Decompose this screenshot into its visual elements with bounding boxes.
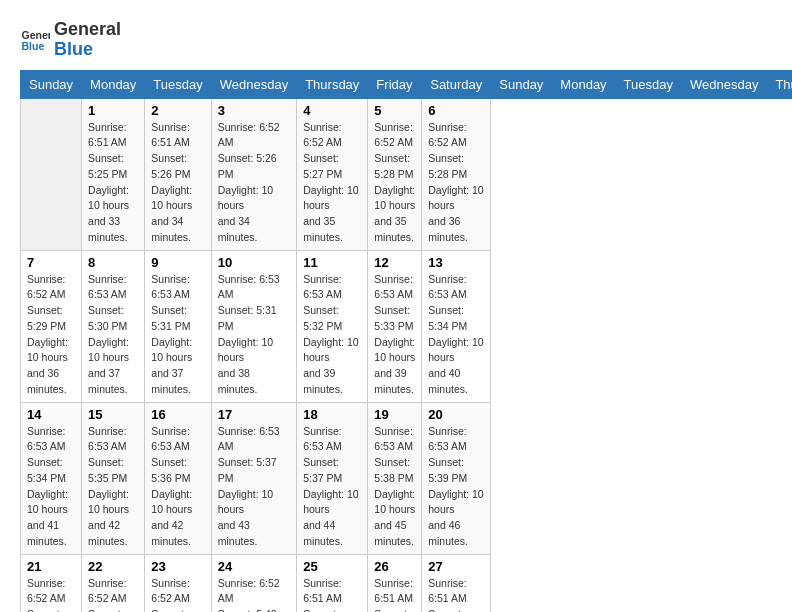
header-tuesday: Tuesday	[615, 70, 681, 98]
day-number: 9	[151, 255, 204, 270]
day-info: Sunrise: 6:53 AMSunset: 5:35 PMDaylight:…	[88, 424, 138, 550]
day-number: 3	[218, 103, 290, 118]
calendar-cell: 14Sunrise: 6:53 AMSunset: 5:34 PMDayligh…	[21, 402, 82, 554]
calendar-cell: 15Sunrise: 6:53 AMSunset: 5:35 PMDayligh…	[82, 402, 145, 554]
day-info: Sunrise: 6:53 AMSunset: 5:36 PMDaylight:…	[151, 424, 204, 550]
week-row-1: 1Sunrise: 6:51 AMSunset: 5:25 PMDaylight…	[21, 98, 793, 250]
calendar-cell: 8Sunrise: 6:53 AMSunset: 5:30 PMDaylight…	[82, 250, 145, 402]
day-number: 20	[428, 407, 484, 422]
calendar-cell: 16Sunrise: 6:53 AMSunset: 5:36 PMDayligh…	[145, 402, 211, 554]
day-number: 14	[27, 407, 75, 422]
calendar-cell: 11Sunrise: 6:53 AMSunset: 5:32 PMDayligh…	[297, 250, 368, 402]
day-number: 17	[218, 407, 290, 422]
day-info: Sunrise: 6:52 AMSunset: 5:28 PMDaylight:…	[374, 120, 415, 246]
day-info: Sunrise: 6:53 AMSunset: 5:34 PMDaylight:…	[27, 424, 75, 550]
header-tuesday: Tuesday	[145, 70, 211, 98]
day-info: Sunrise: 6:52 AMSunset: 5:42 PMDaylight:…	[218, 576, 290, 612]
logo-blue: Blue	[54, 40, 121, 60]
day-number: 5	[374, 103, 415, 118]
page-header: General Blue General Blue	[20, 20, 772, 60]
calendar-cell: 22Sunrise: 6:52 AMSunset: 5:40 PMDayligh…	[82, 554, 145, 612]
header-friday: Friday	[368, 70, 422, 98]
calendar-cell: 25Sunrise: 6:51 AMSunset: 5:43 PMDayligh…	[297, 554, 368, 612]
day-number: 11	[303, 255, 361, 270]
day-info: Sunrise: 6:52 AMSunset: 5:26 PMDaylight:…	[218, 120, 290, 246]
day-info: Sunrise: 6:52 AMSunset: 5:40 PMDaylight:…	[88, 576, 138, 612]
header-thursday: Thursday	[767, 70, 792, 98]
day-info: Sunrise: 6:52 AMSunset: 5:41 PMDaylight:…	[151, 576, 204, 612]
day-info: Sunrise: 6:52 AMSunset: 5:27 PMDaylight:…	[303, 120, 361, 246]
day-number: 6	[428, 103, 484, 118]
day-info: Sunrise: 6:51 AMSunset: 5:43 PMDaylight:…	[374, 576, 415, 612]
logo: General Blue General Blue	[20, 20, 121, 60]
header-saturday: Saturday	[422, 70, 491, 98]
calendar-cell	[21, 98, 82, 250]
day-number: 10	[218, 255, 290, 270]
calendar-table: SundayMondayTuesdayWednesdayThursdayFrid…	[20, 70, 792, 612]
logo-text: General Blue	[54, 20, 121, 60]
logo-icon: General Blue	[20, 25, 50, 55]
calendar-cell: 10Sunrise: 6:53 AMSunset: 5:31 PMDayligh…	[211, 250, 296, 402]
day-info: Sunrise: 6:53 AMSunset: 5:37 PMDaylight:…	[303, 424, 361, 550]
day-info: Sunrise: 6:52 AMSunset: 5:29 PMDaylight:…	[27, 272, 75, 398]
day-info: Sunrise: 6:51 AMSunset: 5:43 PMDaylight:…	[303, 576, 361, 612]
header-sunday: Sunday	[491, 70, 552, 98]
day-number: 23	[151, 559, 204, 574]
week-row-4: 21Sunrise: 6:52 AMSunset: 5:40 PMDayligh…	[21, 554, 793, 612]
day-info: Sunrise: 6:51 AMSunset: 5:44 PMDaylight:…	[428, 576, 484, 612]
svg-text:Blue: Blue	[22, 40, 45, 52]
day-info: Sunrise: 6:53 AMSunset: 5:38 PMDaylight:…	[374, 424, 415, 550]
day-info: Sunrise: 6:51 AMSunset: 5:26 PMDaylight:…	[151, 120, 204, 246]
calendar-cell: 13Sunrise: 6:53 AMSunset: 5:34 PMDayligh…	[422, 250, 491, 402]
day-info: Sunrise: 6:53 AMSunset: 5:31 PMDaylight:…	[151, 272, 204, 398]
calendar-cell: 7Sunrise: 6:52 AMSunset: 5:29 PMDaylight…	[21, 250, 82, 402]
day-info: Sunrise: 6:53 AMSunset: 5:34 PMDaylight:…	[428, 272, 484, 398]
calendar-cell: 3Sunrise: 6:52 AMSunset: 5:26 PMDaylight…	[211, 98, 296, 250]
calendar-cell: 5Sunrise: 6:52 AMSunset: 5:28 PMDaylight…	[368, 98, 422, 250]
day-number: 12	[374, 255, 415, 270]
calendar-cell: 9Sunrise: 6:53 AMSunset: 5:31 PMDaylight…	[145, 250, 211, 402]
calendar-cell: 27Sunrise: 6:51 AMSunset: 5:44 PMDayligh…	[422, 554, 491, 612]
day-number: 25	[303, 559, 361, 574]
header-monday: Monday	[82, 70, 145, 98]
day-number: 22	[88, 559, 138, 574]
calendar-cell: 23Sunrise: 6:52 AMSunset: 5:41 PMDayligh…	[145, 554, 211, 612]
day-number: 13	[428, 255, 484, 270]
day-info: Sunrise: 6:53 AMSunset: 5:39 PMDaylight:…	[428, 424, 484, 550]
day-info: Sunrise: 6:53 AMSunset: 5:31 PMDaylight:…	[218, 272, 290, 398]
day-number: 26	[374, 559, 415, 574]
day-number: 27	[428, 559, 484, 574]
day-number: 16	[151, 407, 204, 422]
day-info: Sunrise: 6:52 AMSunset: 5:40 PMDaylight:…	[27, 576, 75, 612]
week-row-2: 7Sunrise: 6:52 AMSunset: 5:29 PMDaylight…	[21, 250, 793, 402]
calendar-cell: 17Sunrise: 6:53 AMSunset: 5:37 PMDayligh…	[211, 402, 296, 554]
week-row-3: 14Sunrise: 6:53 AMSunset: 5:34 PMDayligh…	[21, 402, 793, 554]
day-info: Sunrise: 6:51 AMSunset: 5:25 PMDaylight:…	[88, 120, 138, 246]
calendar-header-row: SundayMondayTuesdayWednesdayThursdayFrid…	[21, 70, 793, 98]
header-sunday: Sunday	[21, 70, 82, 98]
svg-text:General: General	[22, 28, 51, 40]
day-number: 7	[27, 255, 75, 270]
day-number: 21	[27, 559, 75, 574]
day-info: Sunrise: 6:53 AMSunset: 5:30 PMDaylight:…	[88, 272, 138, 398]
calendar-cell: 21Sunrise: 6:52 AMSunset: 5:40 PMDayligh…	[21, 554, 82, 612]
day-number: 2	[151, 103, 204, 118]
calendar-cell: 12Sunrise: 6:53 AMSunset: 5:33 PMDayligh…	[368, 250, 422, 402]
day-info: Sunrise: 6:52 AMSunset: 5:28 PMDaylight:…	[428, 120, 484, 246]
calendar-cell: 1Sunrise: 6:51 AMSunset: 5:25 PMDaylight…	[82, 98, 145, 250]
day-number: 18	[303, 407, 361, 422]
calendar-cell: 2Sunrise: 6:51 AMSunset: 5:26 PMDaylight…	[145, 98, 211, 250]
day-number: 19	[374, 407, 415, 422]
day-number: 8	[88, 255, 138, 270]
calendar-cell: 20Sunrise: 6:53 AMSunset: 5:39 PMDayligh…	[422, 402, 491, 554]
header-monday: Monday	[552, 70, 615, 98]
header-thursday: Thursday	[297, 70, 368, 98]
day-info: Sunrise: 6:53 AMSunset: 5:33 PMDaylight:…	[374, 272, 415, 398]
day-info: Sunrise: 6:53 AMSunset: 5:32 PMDaylight:…	[303, 272, 361, 398]
calendar-cell: 4Sunrise: 6:52 AMSunset: 5:27 PMDaylight…	[297, 98, 368, 250]
logo-general: General	[54, 20, 121, 40]
calendar-cell: 6Sunrise: 6:52 AMSunset: 5:28 PMDaylight…	[422, 98, 491, 250]
calendar-cell: 24Sunrise: 6:52 AMSunset: 5:42 PMDayligh…	[211, 554, 296, 612]
header-wednesday: Wednesday	[682, 70, 767, 98]
day-number: 4	[303, 103, 361, 118]
